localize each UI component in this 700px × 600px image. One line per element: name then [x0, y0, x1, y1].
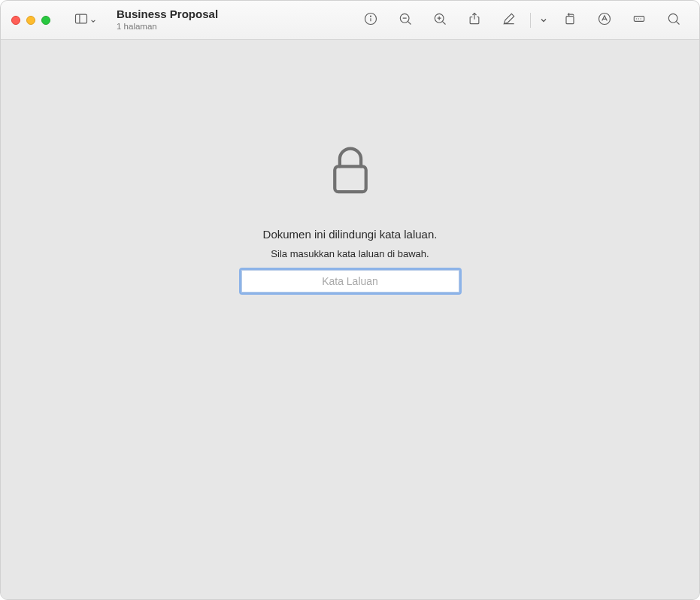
document-title-group: Business Proposal 1 halaman: [117, 8, 237, 32]
svg-point-4: [371, 16, 371, 17]
chevron-down-icon: [540, 14, 547, 27]
password-instruction-message: Sila masukkan kata laluan di bawah.: [271, 248, 429, 259]
zoom-in-icon: [432, 11, 447, 29]
document-subtitle: 1 halaman: [117, 22, 237, 32]
zoom-out-icon: [398, 11, 413, 29]
chevron-down-icon: [90, 14, 96, 27]
close-window-button[interactable]: [11, 16, 20, 25]
svg-rect-0: [76, 14, 87, 23]
window-controls: [11, 16, 50, 25]
password-input[interactable]: [241, 270, 459, 292]
sidebar-toggle-button[interactable]: [70, 7, 100, 34]
svg-line-6: [408, 21, 411, 24]
minimize-window-button[interactable]: [26, 16, 35, 25]
search-icon: [666, 11, 681, 29]
password-protected-message: Dokumen ini dilindungi kata laluan.: [263, 228, 438, 241]
svg-line-9: [442, 21, 445, 24]
toolbar: [356, 7, 689, 34]
markup-button[interactable]: [494, 7, 524, 34]
redact-icon: [632, 11, 647, 29]
rotate-button[interactable]: [555, 7, 585, 34]
app-window: Business Proposal 1 halaman: [0, 0, 700, 600]
zoom-out-button[interactable]: [390, 7, 420, 34]
zoom-in-button[interactable]: [425, 7, 455, 34]
highlight-icon: [597, 11, 612, 29]
titlebar: Business Proposal 1 halaman: [1, 1, 699, 40]
redact-button[interactable]: [624, 7, 654, 34]
svg-point-18: [668, 14, 677, 23]
info-icon: [363, 11, 378, 29]
inspector-button[interactable]: [356, 7, 386, 34]
markup-menu-button[interactable]: [537, 14, 550, 27]
toolbar-separator: [530, 13, 531, 28]
svg-rect-14: [566, 16, 574, 23]
maximize-window-button[interactable]: [41, 16, 50, 25]
search-button[interactable]: [659, 7, 689, 34]
document-content-area: Dokumen ini dilindungi kata laluan. Sila…: [1, 40, 699, 599]
document-title: Business Proposal: [117, 8, 237, 21]
share-icon: [467, 11, 482, 29]
pencil-icon: [502, 11, 517, 29]
svg-line-19: [676, 21, 679, 24]
highlight-button[interactable]: [589, 7, 620, 34]
rotate-icon: [562, 11, 577, 29]
sidebar-icon: [74, 11, 89, 29]
lock-icon: [329, 145, 372, 198]
share-button[interactable]: [459, 7, 489, 34]
svg-rect-20: [335, 166, 365, 192]
